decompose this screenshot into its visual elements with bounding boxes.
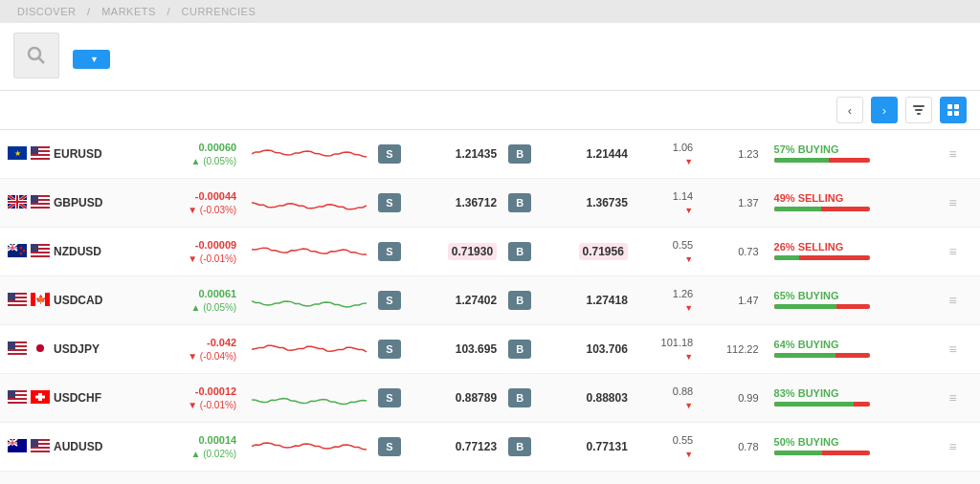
currencies-filter-button[interactable]: ▼: [73, 50, 110, 69]
symbol-cell: ★ EURGBP: [0, 472, 152, 485]
buy-price-cell: 1.27418: [546, 276, 635, 325]
buy-price-cell: 1.36735: [546, 179, 635, 228]
symbol-name: AUDUSD: [54, 440, 102, 453]
flag2-icon: [31, 195, 50, 211]
menu-icon[interactable]: ≡: [946, 341, 961, 357]
buy-button[interactable]: B: [508, 388, 531, 407]
buy-button[interactable]: B: [508, 340, 531, 359]
sentiment-pct: 83% BUYING: [774, 387, 930, 399]
buy-button-cell[interactable]: B: [504, 325, 546, 374]
menu-cell[interactable]: ≡: [938, 325, 980, 374]
sell-price-cell: 0.88789: [415, 374, 504, 423]
low-value: 0.55: [673, 434, 693, 446]
menu-icon[interactable]: ≡: [946, 390, 961, 406]
flag2-icon: 🍁: [31, 293, 50, 309]
high-value: 0.73: [738, 246, 758, 257]
menu-cell[interactable]: ≡: [938, 228, 980, 276]
change-cell: 0.00061 ▲ (0.05%): [152, 276, 244, 325]
buy-button[interactable]: B: [508, 144, 531, 164]
breadcrumb-currencies[interactable]: CURRENCIES: [182, 6, 256, 17]
flag2-icon: [31, 146, 50, 163]
symbol-name: USDCHF: [54, 391, 101, 405]
sell-button-cell[interactable]: S: [374, 374, 415, 423]
high-value: 1.37: [738, 197, 758, 209]
sentiment-cell: 65% BUYING: [767, 276, 938, 325]
buy-price: 0.71956: [579, 243, 628, 260]
symbol-cell: NZDUSD: [0, 228, 152, 276]
search-icon-box: [13, 33, 59, 78]
sell-button[interactable]: S: [378, 242, 400, 261]
sentiment-cell: 57% BUYING: [767, 130, 938, 179]
sentiment-bar: [774, 451, 870, 455]
buy-button-cell[interactable]: B: [504, 130, 546, 179]
svg-rect-82: [31, 439, 38, 447]
breadcrumb-markets[interactable]: MARKETS: [101, 6, 156, 17]
sell-button-cell[interactable]: S: [374, 423, 415, 472]
sell-button[interactable]: S: [378, 388, 400, 407]
buy-button[interactable]: B: [508, 242, 531, 261]
svg-rect-7: [947, 111, 952, 116]
sell-button-cell[interactable]: S: [374, 228, 415, 276]
toolbar: ‹ ›: [0, 91, 980, 130]
menu-icon[interactable]: ≡: [946, 439, 961, 454]
menu-cell[interactable]: ≡: [938, 423, 980, 472]
buy-button-cell[interactable]: B: [504, 374, 546, 423]
flag-icon: ★: [8, 146, 27, 163]
breadcrumb-discover[interactable]: DISCOVER: [17, 6, 76, 17]
buy-button[interactable]: B: [508, 437, 531, 456]
buy-button-cell[interactable]: B: [504, 276, 546, 325]
table-row: AUDUSD 0.00014 ▲ (0.02%) S 0.77123 B 0.7…: [0, 423, 980, 472]
buy-button-cell[interactable]: B: [504, 179, 546, 228]
sell-button-cell[interactable]: S: [374, 325, 415, 374]
grid-view-button[interactable]: [940, 97, 967, 123]
high-cell: 1.47: [701, 276, 766, 325]
svg-rect-44: [31, 253, 50, 255]
sentiment-pct: 50% BUYING: [774, 436, 930, 448]
buy-button[interactable]: B: [508, 193, 531, 212]
menu-cell[interactable]: ≡: [938, 276, 980, 325]
buy-button-cell[interactable]: B: [504, 472, 546, 485]
menu-icon[interactable]: ≡: [946, 244, 961, 259]
buy-button-cell[interactable]: B: [504, 423, 546, 472]
prev-page-button[interactable]: ‹: [836, 97, 863, 123]
search-icon: [25, 44, 48, 67]
menu-cell[interactable]: ≡: [938, 179, 980, 228]
low-value: 101.18: [661, 337, 694, 348]
sell-button[interactable]: S: [378, 437, 400, 456]
menu-cell[interactable]: ≡: [938, 374, 980, 423]
sell-price-cell: 1.36712: [415, 179, 504, 228]
low-value: 1.06: [673, 142, 693, 153]
table-row: ★ EURGBP 0.00078 ▲ (0.09%) S 0.88814 B 0…: [0, 472, 980, 485]
change-value: -0.00012: [195, 385, 236, 397]
change-pct: ▲ (0.05%): [190, 302, 236, 313]
filter-icon-button[interactable]: [905, 97, 932, 123]
sell-button-cell[interactable]: S: [374, 130, 415, 179]
sell-button-cell[interactable]: S: [374, 276, 415, 325]
change-cell: 0.00060 ▲ (0.05%): [152, 130, 244, 179]
sell-price-cell: 1.27402: [415, 276, 504, 325]
sentiment-cell: 75% BUYING: [767, 472, 938, 485]
menu-icon[interactable]: ≡: [946, 146, 961, 162]
sell-button[interactable]: S: [378, 340, 400, 359]
sell-price: 0.88789: [456, 391, 497, 405]
svg-rect-3: [915, 109, 923, 111]
sentiment-pct: 49% SELLING: [774, 192, 930, 204]
menu-icon[interactable]: ≡: [946, 195, 961, 210]
sell-button-cell[interactable]: S: [374, 179, 415, 228]
low-value: 0.55: [673, 239, 693, 251]
header-section: ▼: [0, 23, 980, 91]
sell-button[interactable]: S: [378, 291, 400, 310]
sell-button-cell[interactable]: S: [374, 472, 415, 485]
low-value: 0.88: [673, 385, 693, 397]
sell-button[interactable]: S: [378, 193, 400, 212]
sell-button[interactable]: S: [378, 144, 400, 164]
buy-price-cell: 1.21444: [546, 130, 635, 179]
menu-cell[interactable]: ≡: [938, 130, 980, 179]
table-row: GBPUSD -0.00044 ▼ (-0.03%) S 1.36712 B 1…: [0, 179, 980, 228]
next-page-button[interactable]: ›: [871, 97, 898, 123]
menu-icon[interactable]: ≡: [946, 293, 961, 308]
buy-button[interactable]: B: [508, 291, 531, 310]
buy-button-cell[interactable]: B: [504, 228, 546, 276]
svg-rect-77: [8, 442, 17, 443]
menu-cell[interactable]: ≡: [938, 472, 980, 485]
